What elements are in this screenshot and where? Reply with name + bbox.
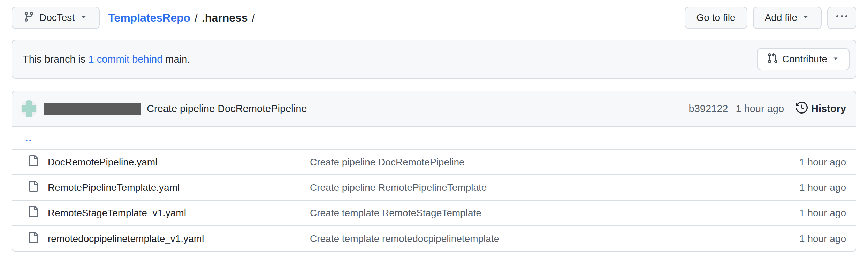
branch-and-breadcrumb: DocTest TemplatesRepo / .harness /	[12, 7, 255, 29]
file-commit-message-cell: Create pipeline RemotePipelineTemplate	[310, 182, 755, 193]
repo-file-browser: DocTest TemplatesRepo / .harness / Go to…	[0, 0, 868, 252]
file-commit-message-cell: Create template RemoteStageTemplate	[310, 208, 755, 219]
history-label: History	[811, 103, 846, 115]
file-commit-message-link[interactable]: Create pipeline RemotePipelineTemplate	[310, 182, 487, 193]
identicon-plus-icon	[22, 105, 36, 112]
contribute-button[interactable]: Contribute	[757, 48, 850, 70]
branch-status-prefix: This branch is	[23, 54, 86, 65]
contribute-label: Contribute	[782, 54, 827, 65]
add-file-label: Add file	[765, 12, 797, 23]
repo-actions: Go to file Add file	[685, 7, 856, 29]
file-commit-time: 1 hour ago	[755, 182, 846, 193]
file-link[interactable]: remotedocpipelinetemplate_v1.yaml	[48, 233, 204, 244]
commit-author-avatar[interactable]	[21, 100, 37, 117]
commit-sha-link[interactable]: b392122	[689, 103, 728, 115]
history-link[interactable]: History	[796, 102, 846, 116]
file-commit-time: 1 hour ago	[755, 157, 846, 168]
breadcrumb: TemplatesRepo / .harness /	[108, 11, 255, 24]
file-icon	[28, 181, 39, 194]
file-link[interactable]: RemotePipelineTemplate.yaml	[48, 182, 180, 193]
branch-status-suffix: main.	[165, 54, 190, 65]
breadcrumb-current-dir: .harness	[202, 11, 248, 24]
branch-status-banner: This branch is 1 commit behind main. Con…	[12, 40, 856, 79]
branch-selector-button[interactable]: DocTest	[12, 7, 100, 29]
chevron-down-icon	[831, 54, 840, 65]
file-name-cell: RemoteStageTemplate_v1.yaml	[28, 206, 310, 220]
file-name-cell: DocRemotePipeline.yaml	[28, 155, 310, 169]
parent-directory-row: ..	[12, 127, 856, 150]
file-commit-message-link[interactable]: Create pipeline DocRemotePipeline	[310, 157, 465, 167]
latest-commit-message-link[interactable]: Create pipeline DocRemotePipeline	[147, 103, 307, 115]
table-row: DocRemotePipeline.yaml Create pipeline D…	[12, 150, 856, 175]
redacted-author-name	[44, 103, 141, 115]
parent-directory-link[interactable]: ..	[25, 132, 32, 144]
chevron-down-icon	[801, 12, 810, 23]
file-name-cell: RemotePipelineTemplate.yaml	[28, 181, 310, 194]
file-table: Create pipeline DocRemotePipeline b39212…	[12, 91, 856, 252]
branch-name-label: DocTest	[39, 12, 75, 23]
file-commit-message-link[interactable]: Create template remotedocpipelinetemplat…	[310, 233, 499, 244]
git-pull-request-icon	[767, 53, 778, 66]
file-icon	[28, 232, 39, 245]
kebab-horizontal-icon	[836, 11, 847, 25]
go-to-file-button[interactable]: Go to file	[685, 7, 747, 29]
file-name-cell: remotedocpipelinetemplate_v1.yaml	[28, 232, 310, 245]
table-row: RemotePipelineTemplate.yaml Create pipel…	[12, 175, 856, 201]
latest-commit-meta: b392122 1 hour ago History	[689, 102, 846, 116]
file-link[interactable]: RemoteStageTemplate_v1.yaml	[48, 208, 186, 219]
file-icon	[28, 206, 39, 220]
more-options-button[interactable]	[827, 7, 856, 29]
file-commit-time: 1 hour ago	[755, 208, 846, 219]
commits-behind-link[interactable]: 1 commit behind	[89, 54, 163, 65]
add-file-button[interactable]: Add file	[753, 7, 822, 29]
file-icon	[28, 155, 39, 169]
branch-status-text: This branch is 1 commit behind main.	[23, 54, 190, 65]
file-commit-message-cell: Create template remotedocpipelinetemplat…	[310, 233, 755, 244]
repo-header-bar: DocTest TemplatesRepo / .harness / Go to…	[12, 6, 856, 29]
chevron-down-icon	[79, 12, 88, 23]
latest-commit-header: Create pipeline DocRemotePipeline b39212…	[12, 91, 856, 127]
table-row: RemoteStageTemplate_v1.yaml Create templ…	[12, 201, 856, 226]
breadcrumb-repo-link[interactable]: TemplatesRepo	[108, 11, 190, 24]
git-branch-icon	[23, 11, 35, 25]
file-commit-message-cell: Create pipeline DocRemotePipeline	[310, 157, 755, 168]
file-link[interactable]: DocRemotePipeline.yaml	[48, 157, 157, 168]
file-commit-message-link[interactable]: Create template RemoteStageTemplate	[310, 208, 481, 218]
breadcrumb-separator: /	[195, 11, 198, 24]
clock-history-icon	[796, 102, 808, 116]
file-commit-time: 1 hour ago	[755, 233, 846, 244]
commit-time: 1 hour ago	[736, 103, 784, 115]
breadcrumb-separator: /	[252, 11, 255, 24]
table-row: remotedocpipelinetemplate_v1.yaml Create…	[12, 226, 856, 251]
